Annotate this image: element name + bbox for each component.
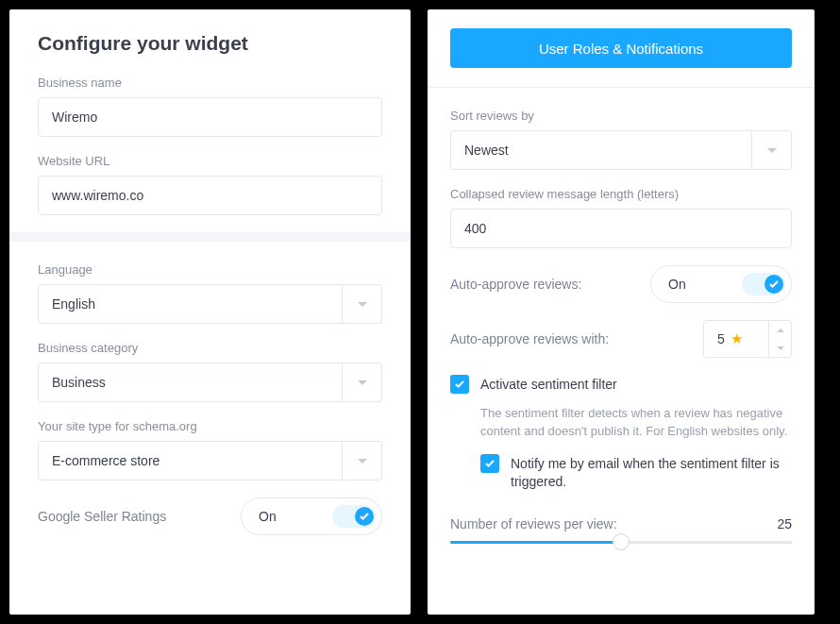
sentiment-description: The sentiment filter detects when a revi…: [480, 404, 792, 441]
page-title: Configure your widget: [38, 32, 382, 55]
toggle-knob: [764, 275, 783, 294]
sentiment-checkbox[interactable]: [450, 375, 469, 394]
star-value: 5: [717, 331, 725, 346]
reviews-per-view-label: Number of reviews per view:: [450, 516, 617, 531]
website-url-input[interactable]: [38, 176, 382, 215]
auto-approve-with-stepper[interactable]: 5 ★: [703, 320, 792, 358]
language-value: English: [38, 284, 343, 324]
website-url-label: Website URL: [38, 154, 382, 168]
reviews-per-view-value: 25: [777, 516, 792, 531]
toggle-track: [332, 505, 376, 528]
chevron-down-icon[interactable]: [343, 363, 382, 402]
chevron-down-icon: [777, 346, 784, 350]
stepper: [768, 321, 791, 357]
category-select[interactable]: Business: [38, 363, 382, 402]
toggle-state-label: On: [668, 277, 686, 292]
site-type-select[interactable]: E-commerce store: [38, 441, 382, 481]
reviews-settings-panel: User Roles & Notifications Sort reviews …: [428, 9, 815, 615]
star-icon: ★: [731, 330, 743, 347]
chevron-down-icon[interactable]: [752, 130, 792, 170]
site-type-value: E-commerce store: [38, 441, 343, 481]
check-icon: [485, 460, 495, 467]
stepper-up-button[interactable]: [769, 321, 791, 339]
category-label: Business category: [38, 341, 382, 355]
toggle-knob: [355, 507, 374, 526]
user-roles-button[interactable]: User Roles & Notifications: [450, 28, 792, 68]
auto-approve-with-label: Auto-approve reviews with:: [450, 331, 609, 346]
toggle-state-label: On: [259, 509, 277, 524]
check-icon: [360, 513, 369, 520]
auto-approve-toggle[interactable]: On: [650, 265, 792, 303]
divider: [428, 87, 815, 88]
sort-label: Sort reviews by: [450, 109, 792, 123]
category-value: Business: [38, 363, 343, 402]
seller-ratings-toggle[interactable]: On: [241, 498, 382, 535]
chevron-up-icon: [777, 329, 784, 332]
language-label: Language: [38, 262, 382, 277]
auto-approve-label: Auto-approve reviews:: [450, 277, 581, 292]
chevron-down-icon[interactable]: [343, 441, 382, 481]
check-icon: [455, 380, 464, 388]
chevron-down-icon[interactable]: [343, 284, 382, 324]
configure-widget-panel: Configure your widget Business name Webs…: [9, 9, 411, 615]
language-select[interactable]: English: [38, 284, 382, 324]
toggle-track: [742, 273, 785, 295]
business-name-input[interactable]: [38, 97, 382, 137]
sentiment-label: Activate sentiment filter: [480, 375, 617, 395]
reviews-per-view-slider[interactable]: [450, 541, 792, 544]
sort-select[interactable]: Newest: [450, 130, 792, 170]
divider: [9, 232, 411, 242]
sort-value: Newest: [450, 130, 752, 170]
seller-ratings-label: Google Seller Ratings: [38, 509, 166, 524]
stepper-down-button[interactable]: [769, 339, 791, 357]
notify-checkbox[interactable]: [480, 454, 499, 473]
slider-fill: [450, 541, 621, 544]
site-type-label: Your site type for schema.org: [38, 419, 382, 433]
collapsed-label: Collapsed review message length (letters…: [450, 187, 792, 201]
notify-label: Notify me by email when the sentiment fi…: [511, 454, 792, 492]
slider-thumb[interactable]: [613, 533, 630, 550]
collapsed-input[interactable]: [450, 209, 792, 248]
check-icon: [769, 280, 779, 288]
business-name-label: Business name: [38, 76, 382, 90]
